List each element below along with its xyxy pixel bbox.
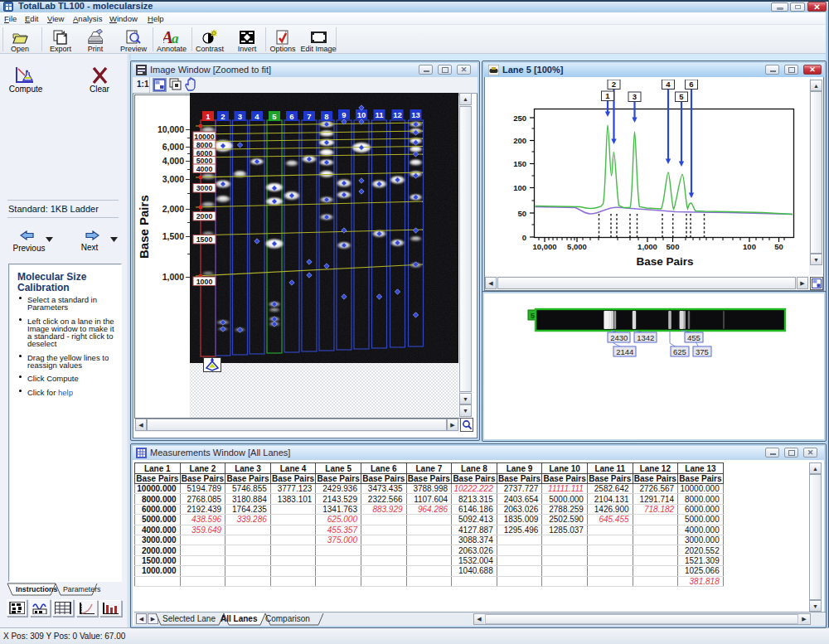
svg-text:5: 5: [272, 112, 277, 121]
svg-text:1: 1: [605, 91, 610, 100]
svg-text:150: 150: [513, 159, 526, 168]
svg-text:1342: 1342: [637, 333, 654, 342]
svg-text:100: 100: [513, 183, 526, 192]
svg-text:13: 13: [411, 110, 420, 119]
svg-text:6: 6: [289, 112, 293, 121]
svg-text:2144: 2144: [616, 347, 633, 356]
svg-text:625: 625: [673, 347, 686, 356]
svg-text:1500: 1500: [196, 235, 213, 244]
svg-text:4000: 4000: [196, 165, 213, 173]
svg-text:10: 10: [357, 110, 366, 119]
svg-text:200: 200: [513, 136, 526, 145]
svg-text:2: 2: [221, 112, 225, 121]
svg-text:a: a: [172, 31, 179, 46]
svg-text:5: 5: [679, 92, 684, 101]
svg-text:375: 375: [696, 347, 709, 356]
svg-text:2000: 2000: [196, 212, 213, 220]
svg-text:1: 1: [206, 112, 211, 121]
svg-text:4: 4: [666, 80, 671, 89]
svg-text:3: 3: [633, 92, 637, 101]
svg-text:3000: 3000: [196, 184, 213, 192]
svg-text:100: 100: [743, 242, 756, 251]
svg-text:8: 8: [324, 112, 328, 121]
svg-text:50: 50: [774, 242, 783, 251]
svg-text:1,000: 1,000: [638, 242, 657, 251]
svg-text:1000: 1000: [196, 278, 213, 286]
svg-text:11: 11: [375, 110, 384, 119]
svg-text:4: 4: [255, 112, 259, 121]
svg-text:3: 3: [238, 112, 242, 121]
svg-text:Base Pairs: Base Pairs: [636, 255, 693, 268]
svg-text:0: 0: [522, 233, 526, 242]
svg-text:5,000: 5,000: [567, 242, 587, 251]
svg-text:6: 6: [689, 80, 693, 89]
svg-text:2: 2: [612, 80, 616, 89]
svg-text:9: 9: [342, 110, 346, 119]
svg-text:250: 250: [513, 114, 526, 123]
svg-text:12: 12: [393, 110, 402, 119]
svg-text:5: 5: [531, 312, 535, 320]
svg-text:2430: 2430: [610, 333, 628, 342]
svg-text:50: 50: [517, 209, 526, 218]
svg-text:7: 7: [307, 112, 311, 121]
svg-text:455: 455: [687, 333, 701, 342]
svg-text:500: 500: [667, 242, 680, 251]
svg-text:8000: 8000: [196, 141, 213, 149]
svg-text:10000: 10000: [194, 133, 215, 141]
svg-text:10,000: 10,000: [532, 242, 556, 251]
